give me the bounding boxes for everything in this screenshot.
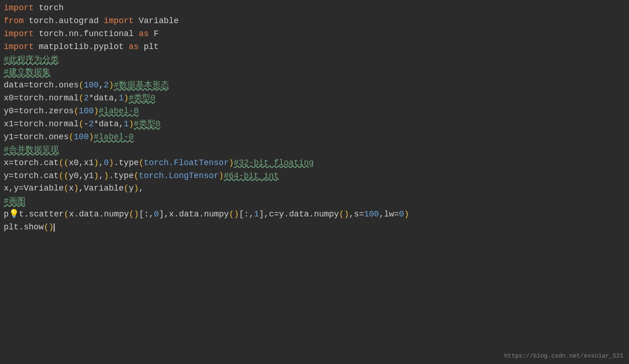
watermark: https://blog.csdn.net/exsolar_521 xyxy=(504,352,623,359)
code-line-14: y=torch.cat((y0,y1),).type(torch.LongTen… xyxy=(4,170,625,183)
code-line-7: data=torch.ones(100,2)#数据基本形态 xyxy=(4,79,625,92)
code-line-10: x1=torch.normal(-2*data,1)#类型0 xyxy=(4,118,625,131)
code-line-5: #此程序为分类 xyxy=(4,54,625,67)
code-line-11: y1=torch.ones(100)#label-0 xyxy=(4,131,625,144)
code-line-2: from torch.autograd import Variable xyxy=(4,15,625,28)
code-line-8: x0=torch.normal(2*data,1)#类型0 xyxy=(4,92,625,105)
code-line-15: x,y=Variable(x),Variable(y), xyxy=(4,182,625,195)
code-line-13: x=torch.cat((x0,x1),0).type(torch.FloatT… xyxy=(4,157,625,170)
code-line-18: plt.show() xyxy=(4,221,625,234)
code-line-4: import matplotlib.pyplot as plt xyxy=(4,41,625,54)
code-line-9: y0=torch.zeros(100)#label-0 xyxy=(4,105,625,118)
code-editor: import torch from torch.autograd import … xyxy=(0,0,629,236)
code-line-6: #建立数据集 xyxy=(4,66,625,79)
code-line-16: #画图 xyxy=(4,195,625,208)
code-line-12: #合并数据呈现 xyxy=(4,144,625,157)
code-line-3: import torch.nn.functional as F xyxy=(4,28,625,41)
text-cursor xyxy=(54,223,55,232)
code-line-17: p💡t.scatter(x.data.numpy()[:,0],x.data.n… xyxy=(4,208,625,221)
code-line-1: import torch xyxy=(4,2,625,15)
